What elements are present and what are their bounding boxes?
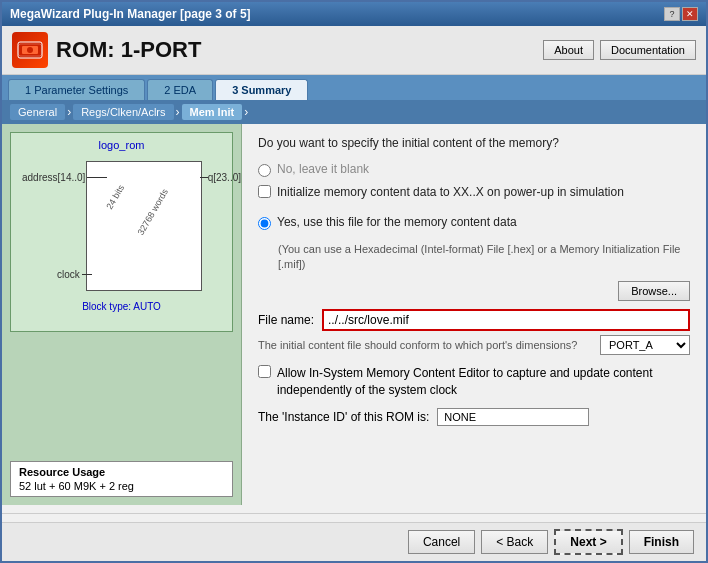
main-window: MegaWizard Plug-In Manager [page 3 of 5]… (0, 0, 708, 563)
resource-value: 52 lut + 60 M9K + 2 reg (19, 480, 224, 492)
footer: Cancel < Back Next > Finish (2, 522, 706, 561)
allow-checkbox[interactable] (258, 365, 271, 378)
header-buttons: About Documentation (543, 40, 696, 60)
breadcrumb-row: General › Regs/Clken/Aclrs › Mem Init › (2, 100, 706, 124)
resource-usage: Resource Usage 52 lut + 60 M9K + 2 reg (10, 461, 233, 497)
footer-divider (2, 513, 706, 514)
clock-line: clock (57, 269, 92, 280)
question-text: Do you want to specify the initial conte… (258, 136, 690, 150)
diagram-bits-label: 24 bits (104, 183, 126, 211)
title-bar: MegaWizard Plug-In Manager [page 3 of 5]… (2, 2, 706, 26)
tab-parameter-settings[interactable]: 1 Parameter Settings (8, 79, 145, 100)
diagram-words-label: 32768 words (136, 187, 170, 237)
rom-title-text: ROM: 1-PORT (56, 37, 201, 63)
tab-eda[interactable]: 2 EDA (147, 79, 213, 100)
finish-button[interactable]: Finish (629, 530, 694, 554)
resource-title: Resource Usage (19, 466, 224, 478)
address-label: address[14..0] (22, 172, 85, 183)
rom-title-area: ROM: 1-PORT (12, 32, 201, 68)
main-content: logo_rom 24 bits 32768 words (2, 124, 706, 505)
left-panel: logo_rom 24 bits 32768 words (2, 124, 242, 505)
breadcrumb-arrow-1: › (67, 105, 71, 119)
file-row: File name: (258, 309, 690, 331)
instance-label: The 'Instance ID' of this ROM is: (258, 410, 429, 424)
tab-summary[interactable]: 3 Summary (215, 79, 308, 100)
rom-icon (12, 32, 48, 68)
title-bar-buttons: ? ✕ (664, 7, 698, 21)
allow-row: Allow In-System Memory Content Editor to… (258, 365, 690, 399)
cancel-button[interactable]: Cancel (408, 530, 475, 554)
file-name-input[interactable] (322, 309, 690, 331)
checkbox-init[interactable] (258, 185, 271, 198)
radio-no-label: No, leave it blank (277, 162, 369, 176)
diagram-area-wrapper: logo_rom 24 bits 32768 words (10, 132, 233, 332)
tabs-row: 1 Parameter Settings 2 EDA 3 Summary (2, 75, 706, 100)
breadcrumb-arrow-3: › (244, 105, 248, 119)
breadcrumb-arrow-2: › (176, 105, 180, 119)
block-type-label: Block type: AUTO (17, 301, 226, 312)
clock-label: clock (57, 269, 80, 280)
q-line: q[23..0] (200, 172, 241, 183)
right-panel: Do you want to specify the initial conte… (242, 124, 706, 505)
address-line: address[14..0] (22, 172, 107, 183)
conform-row: The initial content file should conform … (258, 335, 690, 355)
q-label: q[23..0] (208, 172, 241, 183)
header-area: ROM: 1-PORT About Documentation (2, 26, 706, 75)
breadcrumb-general[interactable]: General (10, 104, 65, 120)
checkbox-init-item: Initialize memory content data to XX..X … (258, 185, 690, 199)
hint-text: (You can use a Hexadecimal (Intel-format… (278, 242, 690, 273)
instance-input[interactable] (437, 408, 589, 426)
radio-yes[interactable] (258, 217, 271, 230)
radio-no-item: No, leave it blank (258, 162, 690, 177)
about-button[interactable]: About (543, 40, 594, 60)
radio-group: No, leave it blank Initialize memory con… (258, 162, 690, 230)
diagram-box: 24 bits 32768 words address[14..0] (86, 161, 202, 291)
breadcrumb-mem-init[interactable]: Mem Init (182, 104, 243, 120)
svg-point-2 (27, 47, 33, 53)
conform-select[interactable]: PORT_A PORT_B (600, 335, 690, 355)
help-button[interactable]: ? (664, 7, 680, 21)
checkbox-init-label: Initialize memory content data to XX..X … (277, 185, 624, 199)
diagram-title: logo_rom (17, 139, 226, 151)
documentation-button[interactable]: Documentation (600, 40, 696, 60)
radio-no[interactable] (258, 164, 271, 177)
file-name-label: File name: (258, 313, 314, 327)
back-button[interactable]: < Back (481, 530, 548, 554)
conform-text: The initial content file should conform … (258, 339, 592, 351)
close-button[interactable]: ✕ (682, 7, 698, 21)
browse-button[interactable]: Browse... (618, 281, 690, 301)
instance-row: The 'Instance ID' of this ROM is: (258, 408, 690, 426)
breadcrumb-regs[interactable]: Regs/Clken/Aclrs (73, 104, 173, 120)
window-title: MegaWizard Plug-In Manager [page 3 of 5] (10, 7, 251, 21)
browse-row: Browse... (258, 281, 690, 301)
radio-yes-label: Yes, use this file for the memory conten… (277, 215, 517, 229)
next-button[interactable]: Next > (554, 529, 622, 555)
allow-text: Allow In-System Memory Content Editor to… (277, 365, 690, 399)
diagram-area: logo_rom 24 bits 32768 words (10, 132, 233, 332)
radio-yes-item: Yes, use this file for the memory conten… (258, 215, 690, 230)
